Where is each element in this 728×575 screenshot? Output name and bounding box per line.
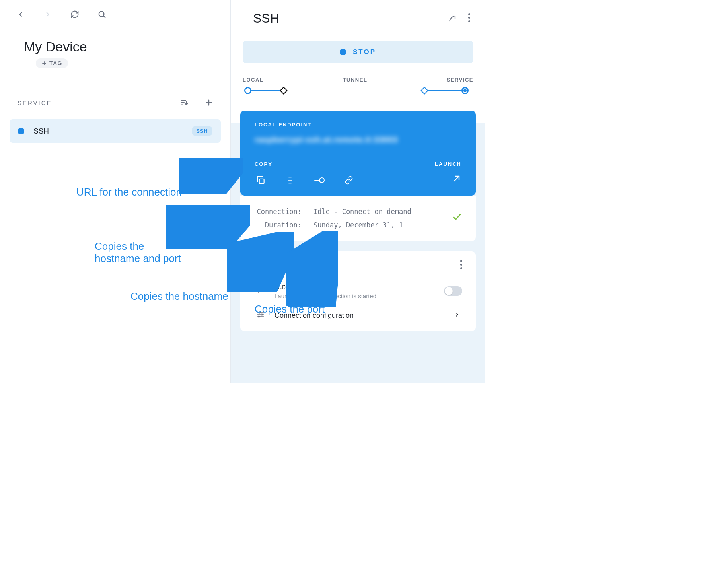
node-tunnel-start-icon [280, 87, 288, 95]
copy-host-port-button[interactable] [255, 174, 267, 186]
share-button[interactable] [446, 13, 457, 24]
svg-rect-9 [259, 179, 264, 184]
service-header-label: SERVICE [18, 99, 52, 106]
status-labels: LOCAL TUNNEL SERVICE [231, 63, 485, 87]
svg-line-1 [103, 16, 105, 17]
endpoint-card: LOCAL ENDPOINT raspberrypi-ssh.at.remote… [240, 111, 476, 196]
info-connection-value: Idle - Connect on demand [313, 208, 411, 216]
stop-connection-button[interactable]: STOP [243, 41, 473, 63]
service-header: SERVICE [0, 81, 230, 115]
app-root: My Device TAG SERVICE SSH SSH [0, 0, 485, 383]
service-name: SSH [33, 127, 183, 136]
detail-title: SSH [253, 11, 279, 26]
copy-link-button[interactable] [343, 174, 355, 186]
stop-label: STOP [353, 48, 376, 56]
service-item-ssh[interactable]: SSH SSH [10, 119, 221, 143]
status-bullet-icon [18, 128, 24, 134]
connection-config-title: Connection configuration [274, 311, 443, 320]
add-tag-button[interactable]: TAG [36, 58, 68, 68]
auto-launch-toggle[interactable] [444, 286, 462, 296]
svg-point-19 [261, 314, 263, 315]
svg-line-15 [259, 288, 263, 292]
info-duration-value: Sunday, December 31, 1 [313, 221, 403, 229]
svg-point-21 [258, 316, 259, 317]
status-diagram [243, 87, 473, 95]
search-button[interactable] [96, 9, 107, 20]
node-local-icon [244, 87, 251, 94]
forward-button[interactable] [42, 9, 53, 20]
service-badge: SSH [192, 126, 212, 136]
node-tunnel-end-icon [420, 87, 428, 95]
svg-marker-14 [314, 264, 317, 266]
copy-port-button[interactable] [313, 174, 325, 186]
info-connection-row: Connection: Idle - Connect on demand [254, 208, 464, 216]
launch-button[interactable] [452, 174, 461, 185]
device-panel: My Device TAG SERVICE SSH SSH [0, 0, 231, 383]
node-service-icon [461, 87, 469, 94]
endpoint-url: raspberrypi-ssh.at.remote.it:33003 [255, 135, 461, 144]
copy-label: COPY [255, 161, 273, 167]
left-toolbar [0, 0, 230, 24]
auto-launch-subtitle: Launch when the connection is started [274, 293, 435, 299]
chevron-right-icon [452, 311, 462, 319]
connection-more-button[interactable] [460, 260, 462, 269]
status-tunnel-label: TUNNEL [343, 77, 368, 83]
detail-panel: SSH STOP LOCAL TUNNEL SERVICE [231, 0, 485, 383]
copy-hostname-button[interactable] [284, 174, 296, 186]
connection-settings-card: CONNECTION Auto Launch Launch when the c… [240, 251, 476, 331]
connection-config-row[interactable]: Connection configuration [254, 305, 464, 326]
launch-label: LAUNCH [435, 161, 461, 167]
auto-launch-title: Auto Launch [274, 283, 435, 291]
stop-icon [340, 49, 346, 55]
more-menu-button[interactable] [468, 13, 470, 24]
device-title-block: My Device TAG [0, 24, 230, 70]
detail-header: SSH [231, 0, 485, 26]
auto-launch-row: Auto Launch Launch when the connection i… [254, 277, 464, 305]
info-duration-key: Duration: [254, 221, 302, 229]
status-local-label: LOCAL [243, 77, 263, 83]
status-service-label: SERVICE [447, 77, 473, 83]
info-duration-row: Duration: Sunday, December 31, 1 [254, 221, 464, 229]
connection-section-title: CONNECTION [263, 262, 309, 268]
svg-point-17 [259, 312, 260, 313]
check-icon [452, 212, 462, 224]
sliders-icon [255, 311, 266, 320]
sort-button[interactable] [179, 97, 190, 108]
info-connection-key: Connection: [254, 208, 302, 216]
endpoint-label: LOCAL ENDPOINT [255, 122, 461, 128]
device-title: My Device [24, 39, 211, 54]
launch-arrow-icon [255, 286, 266, 296]
connection-section-header[interactable]: CONNECTION [263, 262, 318, 268]
refresh-button[interactable] [69, 9, 80, 20]
add-service-button[interactable] [203, 97, 214, 108]
tag-label: TAG [49, 60, 62, 66]
svg-point-12 [319, 178, 324, 183]
svg-line-13 [454, 176, 459, 181]
back-button[interactable] [15, 9, 26, 20]
connection-info-card: Connection: Idle - Connect on demand Dur… [240, 196, 476, 241]
